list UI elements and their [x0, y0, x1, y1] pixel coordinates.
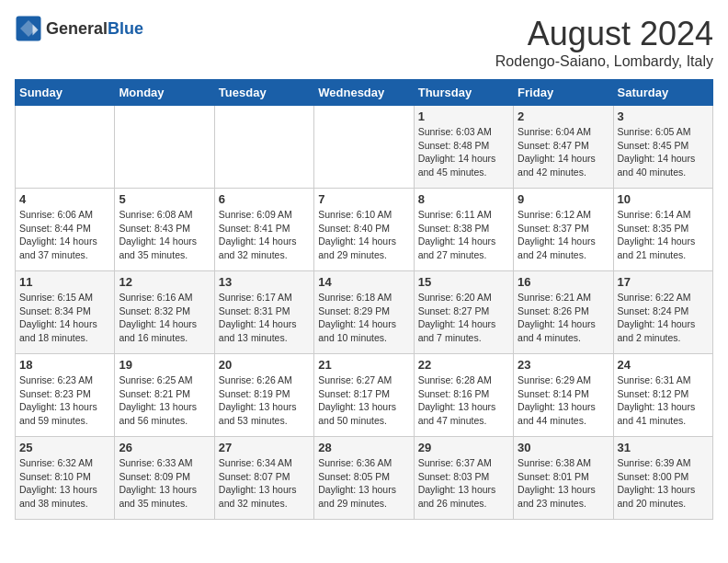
calendar-cell: 28Sunrise: 6:36 AM Sunset: 8:05 PM Dayli… — [314, 437, 414, 520]
calendar-cell: 26Sunrise: 6:33 AM Sunset: 8:09 PM Dayli… — [115, 437, 214, 520]
day-number: 23 — [518, 358, 609, 372]
day-info: Sunrise: 6:09 AM Sunset: 8:41 PM Dayligh… — [219, 208, 310, 262]
calendar-cell: 25Sunrise: 6:32 AM Sunset: 8:10 PM Dayli… — [16, 437, 115, 520]
day-number: 6 — [219, 192, 310, 206]
day-number: 11 — [19, 275, 110, 289]
calendar-cell: 4Sunrise: 6:06 AM Sunset: 8:44 PM Daylig… — [16, 189, 115, 271]
day-number: 17 — [618, 275, 709, 289]
day-info: Sunrise: 6:21 AM Sunset: 8:26 PM Dayligh… — [518, 291, 609, 345]
calendar-cell: 27Sunrise: 6:34 AM Sunset: 8:07 PM Dayli… — [214, 437, 313, 520]
day-info: Sunrise: 6:25 AM Sunset: 8:21 PM Dayligh… — [119, 373, 210, 428]
weekday-header-monday: Monday — [115, 80, 214, 106]
title-block: August 2024 Rodengo-Saiano, Lombardy, It… — [495, 15, 713, 70]
calendar-cell: 29Sunrise: 6:37 AM Sunset: 8:03 PM Dayli… — [414, 437, 513, 520]
day-number: 9 — [518, 192, 609, 206]
day-info: Sunrise: 6:15 AM Sunset: 8:34 PM Dayligh… — [19, 291, 110, 345]
weekday-header-thursday: Thursday — [414, 80, 513, 106]
calendar-cell: 23Sunrise: 6:29 AM Sunset: 8:14 PM Dayli… — [514, 354, 613, 437]
day-info: Sunrise: 6:11 AM Sunset: 8:38 PM Dayligh… — [418, 208, 509, 262]
calendar-cell: 3Sunrise: 6:05 AM Sunset: 8:45 PM Daylig… — [613, 106, 712, 189]
logo-text: GeneralBlue — [46, 19, 143, 39]
week-row-5: 25Sunrise: 6:32 AM Sunset: 8:10 PM Dayli… — [16, 437, 713, 520]
day-info: Sunrise: 6:31 AM Sunset: 8:12 PM Dayligh… — [618, 373, 709, 428]
day-info: Sunrise: 6:38 AM Sunset: 8:01 PM Dayligh… — [518, 456, 609, 511]
calendar-cell — [314, 106, 414, 189]
day-info: Sunrise: 6:17 AM Sunset: 8:31 PM Dayligh… — [219, 291, 310, 345]
calendar-cell: 12Sunrise: 6:16 AM Sunset: 8:32 PM Dayli… — [115, 271, 214, 354]
weekday-header-wednesday: Wednesday — [314, 80, 414, 106]
calendar-cell: 21Sunrise: 6:27 AM Sunset: 8:17 PM Dayli… — [314, 354, 414, 437]
day-info: Sunrise: 6:27 AM Sunset: 8:17 PM Dayligh… — [318, 373, 409, 428]
day-number: 13 — [219, 275, 310, 289]
calendar-cell: 16Sunrise: 6:21 AM Sunset: 8:26 PM Dayli… — [514, 271, 613, 354]
calendar-cell: 30Sunrise: 6:38 AM Sunset: 8:01 PM Dayli… — [514, 437, 613, 520]
day-number: 15 — [418, 275, 509, 289]
day-number: 30 — [518, 441, 609, 454]
day-info: Sunrise: 6:16 AM Sunset: 8:32 PM Dayligh… — [119, 291, 210, 345]
day-info: Sunrise: 6:33 AM Sunset: 8:09 PM Dayligh… — [119, 456, 210, 511]
logo-icon — [15, 15, 42, 42]
calendar-cell: 14Sunrise: 6:18 AM Sunset: 8:29 PM Dayli… — [314, 271, 414, 354]
day-number: 18 — [19, 358, 110, 372]
calendar-cell — [214, 106, 313, 189]
day-info: Sunrise: 6:36 AM Sunset: 8:05 PM Dayligh… — [318, 456, 409, 511]
calendar-cell: 15Sunrise: 6:20 AM Sunset: 8:27 PM Dayli… — [414, 271, 513, 354]
day-number: 28 — [318, 441, 409, 454]
calendar-table: SundayMondayTuesdayWednesdayThursdayFrid… — [15, 79, 713, 520]
day-number: 16 — [518, 275, 609, 289]
day-number: 3 — [618, 109, 709, 123]
calendar-cell: 22Sunrise: 6:28 AM Sunset: 8:16 PM Dayli… — [414, 354, 513, 437]
day-info: Sunrise: 6:37 AM Sunset: 8:03 PM Dayligh… — [418, 456, 509, 511]
day-number: 14 — [318, 275, 409, 289]
day-number: 24 — [618, 358, 709, 372]
day-info: Sunrise: 6:29 AM Sunset: 8:14 PM Dayligh… — [518, 373, 609, 428]
calendar-cell: 1Sunrise: 6:03 AM Sunset: 8:48 PM Daylig… — [414, 106, 513, 189]
week-row-2: 4Sunrise: 6:06 AM Sunset: 8:44 PM Daylig… — [16, 189, 713, 271]
day-info: Sunrise: 6:04 AM Sunset: 8:47 PM Dayligh… — [518, 125, 609, 179]
day-info: Sunrise: 6:03 AM Sunset: 8:48 PM Dayligh… — [418, 125, 509, 179]
day-number: 21 — [318, 358, 409, 372]
day-number: 20 — [219, 358, 310, 372]
day-info: Sunrise: 6:12 AM Sunset: 8:37 PM Dayligh… — [518, 208, 609, 262]
weekday-header-tuesday: Tuesday — [214, 80, 313, 106]
day-number: 10 — [618, 192, 709, 206]
calendar-cell: 5Sunrise: 6:08 AM Sunset: 8:43 PM Daylig… — [115, 189, 214, 271]
calendar-cell: 17Sunrise: 6:22 AM Sunset: 8:24 PM Dayli… — [613, 271, 712, 354]
day-number: 8 — [418, 192, 509, 206]
day-number: 27 — [219, 441, 310, 454]
day-info: Sunrise: 6:23 AM Sunset: 8:23 PM Dayligh… — [19, 373, 110, 428]
calendar-cell: 20Sunrise: 6:26 AM Sunset: 8:19 PM Dayli… — [214, 354, 313, 437]
calendar-cell: 9Sunrise: 6:12 AM Sunset: 8:37 PM Daylig… — [514, 189, 613, 271]
calendar-cell: 8Sunrise: 6:11 AM Sunset: 8:38 PM Daylig… — [414, 189, 513, 271]
logo: GeneralBlue — [15, 15, 143, 42]
day-number: 1 — [418, 109, 509, 123]
calendar-cell — [16, 106, 115, 189]
calendar-cell: 6Sunrise: 6:09 AM Sunset: 8:41 PM Daylig… — [214, 189, 313, 271]
week-row-1: 1Sunrise: 6:03 AM Sunset: 8:48 PM Daylig… — [16, 106, 713, 189]
day-info: Sunrise: 6:32 AM Sunset: 8:10 PM Dayligh… — [19, 456, 110, 511]
day-info: Sunrise: 6:20 AM Sunset: 8:27 PM Dayligh… — [418, 291, 509, 345]
calendar-cell: 2Sunrise: 6:04 AM Sunset: 8:47 PM Daylig… — [514, 106, 613, 189]
day-number: 31 — [618, 441, 709, 454]
day-info: Sunrise: 6:39 AM Sunset: 8:00 PM Dayligh… — [618, 456, 709, 511]
day-info: Sunrise: 6:05 AM Sunset: 8:45 PM Dayligh… — [618, 125, 709, 179]
day-info: Sunrise: 6:08 AM Sunset: 8:43 PM Dayligh… — [119, 208, 210, 262]
location-title: Rodengo-Saiano, Lombardy, Italy — [495, 53, 713, 70]
day-number: 19 — [119, 358, 210, 372]
calendar-cell: 10Sunrise: 6:14 AM Sunset: 8:35 PM Dayli… — [613, 189, 712, 271]
weekday-header-sunday: Sunday — [16, 80, 115, 106]
day-info: Sunrise: 6:14 AM Sunset: 8:35 PM Dayligh… — [618, 208, 709, 262]
month-title: August 2024 — [495, 15, 713, 53]
day-number: 29 — [418, 441, 509, 454]
weekday-header-friday: Friday — [514, 80, 613, 106]
day-number: 2 — [518, 109, 609, 123]
calendar-cell: 7Sunrise: 6:10 AM Sunset: 8:40 PM Daylig… — [314, 189, 414, 271]
day-info: Sunrise: 6:28 AM Sunset: 8:16 PM Dayligh… — [418, 373, 509, 428]
page-header: GeneralBlue August 2024 Rodengo-Saiano, … — [15, 15, 713, 70]
day-number: 25 — [19, 441, 110, 454]
calendar-cell: 24Sunrise: 6:31 AM Sunset: 8:12 PM Dayli… — [613, 354, 712, 437]
week-row-4: 18Sunrise: 6:23 AM Sunset: 8:23 PM Dayli… — [16, 354, 713, 437]
day-info: Sunrise: 6:22 AM Sunset: 8:24 PM Dayligh… — [618, 291, 709, 345]
calendar-cell: 11Sunrise: 6:15 AM Sunset: 8:34 PM Dayli… — [16, 271, 115, 354]
day-info: Sunrise: 6:10 AM Sunset: 8:40 PM Dayligh… — [318, 208, 409, 262]
